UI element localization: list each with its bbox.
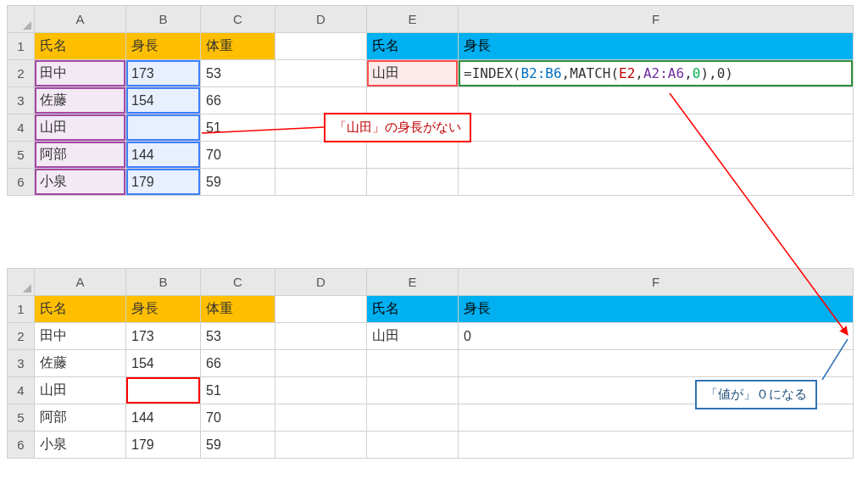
row-head[interactable]: 5: [8, 404, 35, 432]
cell[interactable]: 179: [126, 169, 201, 196]
cell[interactable]: [275, 377, 367, 404]
cell[interactable]: [275, 87, 367, 114]
cell[interactable]: [459, 350, 854, 377]
col-head[interactable]: E: [367, 269, 459, 296]
row-head[interactable]: 2: [8, 60, 35, 87]
cell[interactable]: 体重: [201, 33, 275, 60]
row-head[interactable]: 3: [8, 87, 35, 114]
cell[interactable]: [367, 142, 459, 169]
col-head[interactable]: E: [367, 6, 459, 33]
cell[interactable]: 氏名: [367, 33, 459, 60]
cell[interactable]: 氏名: [35, 296, 126, 323]
cell[interactable]: [367, 432, 459, 459]
cell[interactable]: [126, 377, 201, 404]
cell[interactable]: [275, 60, 367, 87]
row-head[interactable]: 4: [8, 114, 35, 142]
cell[interactable]: [459, 169, 854, 196]
select-all-corner[interactable]: [8, 269, 35, 296]
row-head[interactable]: 5: [8, 142, 35, 169]
cell[interactable]: 山田: [35, 377, 126, 404]
callout-becomes-zero: 「値が」０になる: [695, 380, 817, 409]
cell[interactable]: 氏名: [367, 296, 459, 323]
row-head[interactable]: 1: [8, 33, 35, 60]
cell[interactable]: 佐藤: [35, 87, 126, 114]
cell[interactable]: 身長: [126, 296, 201, 323]
cell[interactable]: 田中: [35, 60, 126, 87]
cell[interactable]: [367, 169, 459, 196]
cell[interactable]: 山田: [35, 114, 126, 142]
spreadsheet-bottom: A B C D E F 1 氏名 身長 体重 氏名 身長 2 田中 173 53…: [7, 268, 854, 459]
formula-text: =INDEX(B2:B6,MATCH(E2,A2:A6,0),0): [464, 65, 733, 81]
cell[interactable]: 154: [126, 350, 201, 377]
cell[interactable]: [275, 169, 367, 196]
cell[interactable]: 阿部: [35, 142, 126, 169]
callout-missing-height: 「山田」の身長がない: [324, 113, 471, 142]
cell[interactable]: 154: [126, 87, 201, 114]
cell[interactable]: 66: [201, 87, 275, 114]
cell[interactable]: 59: [201, 432, 275, 459]
cell[interactable]: 179: [126, 432, 201, 459]
cell[interactable]: 144: [126, 404, 201, 432]
row-head[interactable]: 4: [8, 377, 35, 404]
col-head[interactable]: A: [35, 269, 126, 296]
cell[interactable]: 氏名: [35, 33, 126, 60]
col-head[interactable]: B: [126, 6, 201, 33]
cell[interactable]: 144: [126, 142, 201, 169]
cell[interactable]: 身長: [126, 33, 201, 60]
row-head[interactable]: 6: [8, 432, 35, 459]
cell[interactable]: [275, 323, 367, 350]
document-root: A B C D E F 1 氏名 身長 体重 氏名 身長 2 田中 173 53…: [0, 0, 868, 490]
cell[interactable]: [459, 87, 854, 114]
cell[interactable]: 51: [201, 377, 275, 404]
cell[interactable]: [275, 404, 367, 432]
cell[interactable]: 53: [201, 60, 275, 87]
row-head[interactable]: 2: [8, 323, 35, 350]
cell[interactable]: [275, 296, 367, 323]
row-head[interactable]: 6: [8, 169, 35, 196]
formula-cell[interactable]: =INDEX(B2:B6,MATCH(E2,A2:A6,0),0): [459, 60, 854, 87]
cell[interactable]: 66: [201, 350, 275, 377]
cell[interactable]: [459, 142, 854, 169]
row-head[interactable]: 1: [8, 296, 35, 323]
cell[interactable]: [367, 377, 459, 404]
cell[interactable]: 山田: [367, 60, 459, 87]
cell[interactable]: 53: [201, 323, 275, 350]
col-head[interactable]: F: [459, 269, 854, 296]
cell[interactable]: 小泉: [35, 432, 126, 459]
col-head[interactable]: F: [459, 6, 854, 33]
cell[interactable]: [275, 142, 367, 169]
cell[interactable]: 体重: [201, 296, 275, 323]
cell[interactable]: 田中: [35, 323, 126, 350]
cell[interactable]: 51: [201, 114, 275, 142]
cell[interactable]: 173: [126, 60, 201, 87]
cell[interactable]: [459, 114, 854, 142]
spreadsheet-top: A B C D E F 1 氏名 身長 体重 氏名 身長 2 田中 173 53…: [7, 5, 854, 196]
cell[interactable]: 身長: [459, 296, 854, 323]
cell[interactable]: 173: [126, 323, 201, 350]
cell[interactable]: [275, 33, 367, 60]
cell[interactable]: 59: [201, 169, 275, 196]
cell[interactable]: 身長: [459, 33, 854, 60]
cell[interactable]: [367, 350, 459, 377]
result-cell[interactable]: 0: [459, 323, 854, 350]
cell[interactable]: 小泉: [35, 169, 126, 196]
cell[interactable]: [367, 87, 459, 114]
row-head[interactable]: 3: [8, 350, 35, 377]
col-head[interactable]: D: [275, 6, 367, 33]
cell[interactable]: [275, 350, 367, 377]
cell[interactable]: 70: [201, 404, 275, 432]
cell[interactable]: 山田: [367, 323, 459, 350]
col-head[interactable]: A: [35, 6, 126, 33]
col-head[interactable]: B: [126, 269, 201, 296]
col-head[interactable]: C: [201, 269, 275, 296]
cell[interactable]: [126, 114, 201, 142]
cell[interactable]: [275, 432, 367, 459]
cell[interactable]: 阿部: [35, 404, 126, 432]
cell[interactable]: [367, 404, 459, 432]
col-head[interactable]: C: [201, 6, 275, 33]
select-all-corner[interactable]: [8, 6, 35, 33]
col-head[interactable]: D: [275, 269, 367, 296]
cell[interactable]: [459, 432, 854, 459]
cell[interactable]: 佐藤: [35, 350, 126, 377]
cell[interactable]: 70: [201, 142, 275, 169]
